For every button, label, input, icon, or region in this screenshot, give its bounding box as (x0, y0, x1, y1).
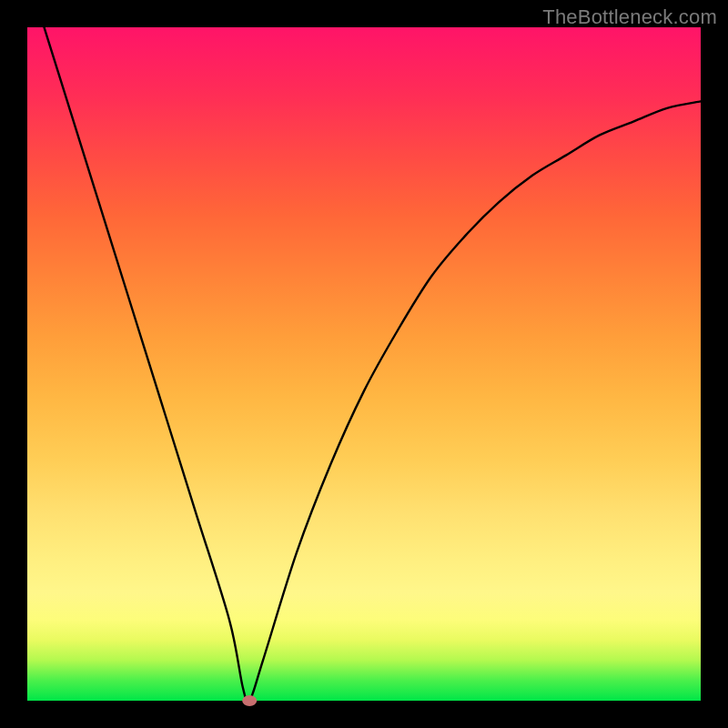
minimum-marker (242, 695, 257, 706)
chart-frame: TheBottleneck.com (0, 0, 728, 728)
plot-area (27, 27, 701, 701)
bottleneck-curve-path (27, 0, 701, 703)
curve-svg (27, 27, 701, 701)
watermark-text: TheBottleneck.com (542, 5, 717, 29)
